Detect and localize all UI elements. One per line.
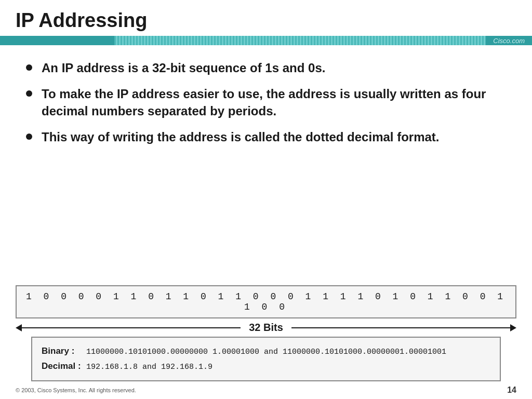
arrow-line-right [291, 327, 511, 328]
divider-bar: Cisco.com [0, 36, 532, 45]
header: IP Addressing [0, 0, 532, 36]
slide-container: IP Addressing Cisco.com An IP address is… [0, 0, 532, 399]
list-item: An IP address is a 32-bit sequence of 1s… [26, 60, 506, 76]
divider-teal [0, 36, 114, 45]
bits-arrow-row: 32 Bits [16, 322, 516, 334]
divider-stripe [114, 36, 486, 45]
bullet-text-3: This way of writing the address is calle… [42, 129, 506, 145]
main-content: An IP address is a 32-bit sequence of 1s… [0, 45, 532, 280]
page-number: 14 [507, 385, 516, 395]
binary-display: 1 0 0 0 0 1 1 0 1 1 0 1 1 0 0 0 1 1 1 1 … [16, 285, 516, 318]
page-title: IP Addressing [16, 9, 516, 32]
binary-section: 1 0 0 0 0 1 1 0 1 1 0 1 1 0 0 0 1 1 1 1 … [16, 285, 516, 381]
footer: © 2003, Cisco Systems, Inc. All rights r… [0, 381, 532, 399]
arrow-line-left [21, 327, 241, 328]
decimal-label: Decimal : [42, 359, 83, 374]
binary-bits: 1 0 0 0 0 1 1 0 1 1 0 1 1 0 0 0 1 1 1 1 … [26, 291, 506, 312]
cisco-label: Cisco.com [486, 36, 532, 45]
bullet-dot [26, 134, 32, 140]
arrow-right-head [510, 324, 516, 331]
decimal-value: 192.168.1.8 and 192.168.1.9 [86, 361, 212, 374]
binary-label: Binary : [42, 344, 83, 359]
copyright-text: © 2003, Cisco Systems, Inc. All rights r… [16, 387, 136, 393]
bullet-dot [26, 64, 32, 71]
list-item: This way of writing the address is calle… [26, 129, 506, 145]
bullet-text-1: An IP address is a 32-bit sequence of 1s… [42, 60, 506, 76]
info-box: Binary : 11000000.10101000.00000000 1.00… [31, 337, 501, 381]
decimal-row: Decimal : 192.168.1.8 and 192.168.1.9 [42, 359, 490, 374]
binary-row: Binary : 11000000.10101000.00000000 1.00… [42, 344, 490, 359]
bullet-list: An IP address is a 32-bit sequence of 1s… [26, 60, 506, 146]
bullet-dot [26, 90, 32, 97]
binary-value: 11000000.10101000.00000000 1.00001000 an… [86, 345, 446, 359]
list-item: To make the IP address easier to use, th… [26, 86, 506, 119]
bits-label: 32 Bits [241, 322, 291, 334]
bullet-text-2: To make the IP address easier to use, th… [42, 86, 506, 119]
